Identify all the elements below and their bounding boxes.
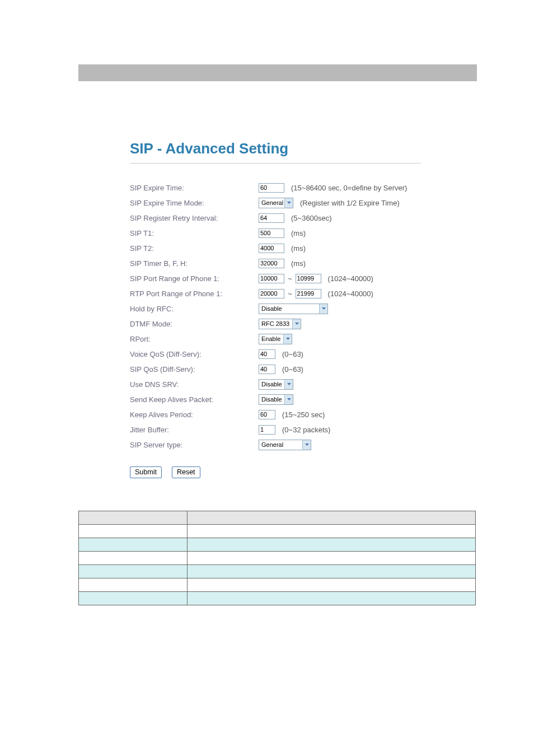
jitter-buffer-input[interactable] — [259, 425, 275, 435]
sip-server-type-value: General — [261, 441, 283, 448]
rport-select[interactable]: Enable — [259, 334, 292, 344]
sip-register-retry-hint: (5~3600sec) — [291, 214, 332, 222]
send-keepalive-label: Send Keep Alives Packet: — [130, 395, 259, 404]
table-row — [79, 592, 476, 605]
chevron-down-icon — [302, 440, 311, 450]
rport-label: RPort: — [130, 335, 259, 343]
sip-expire-time-mode-label: SIP Expire Time Mode: — [130, 199, 259, 207]
jitter-buffer-label: Jitter Buffer: — [130, 426, 259, 434]
voice-qos-hint: (0~63) — [282, 350, 303, 358]
sip-timer-bfh-hint: (ms) — [291, 259, 306, 268]
sip-t1-label: SIP T1: — [130, 229, 259, 237]
tilde-separator: ~ — [287, 290, 293, 298]
chevron-down-icon — [284, 395, 293, 404]
sip-qos-input[interactable] — [259, 365, 275, 374]
sip-expire-time-label: SIP Expire Time: — [130, 184, 259, 192]
sip-expire-time-input[interactable] — [259, 183, 284, 193]
sip-expire-time-mode-value: General — [261, 199, 283, 206]
keepalive-period-input[interactable] — [259, 410, 275, 419]
send-keepalive-value: Disable — [261, 396, 282, 403]
chevron-down-icon — [283, 334, 292, 344]
table-header-row — [79, 511, 476, 525]
chevron-down-icon — [319, 304, 327, 314]
table-row — [79, 538, 476, 552]
chevron-down-icon — [284, 198, 293, 208]
dtmf-mode-select[interactable]: RFC 2833 — [259, 319, 301, 329]
table-row — [79, 578, 476, 592]
sip-port-range-from-input[interactable] — [259, 274, 284, 283]
sip-register-retry-label: SIP Register Retry Interval: — [130, 214, 259, 222]
table-row — [79, 552, 476, 565]
description-table-wrapper — [78, 511, 478, 605]
rtp-port-range-hint: (1024~40000) — [328, 290, 373, 298]
hold-by-rfc-select[interactable]: Disable — [259, 304, 328, 314]
rtp-port-range-to-input[interactable] — [296, 289, 321, 298]
sip-register-retry-input[interactable] — [259, 213, 284, 223]
hold-by-rfc-label: Hold by RFC: — [130, 305, 259, 313]
header-band — [78, 64, 477, 81]
sip-expire-time-mode-select[interactable]: General — [259, 198, 293, 208]
sip-t2-hint: (ms) — [291, 244, 306, 253]
sip-timer-bfh-input[interactable] — [259, 259, 284, 268]
voice-qos-label: Voice QoS (Diff-Serv): — [130, 350, 259, 358]
sip-t1-hint: (ms) — [291, 229, 306, 237]
sip-port-range-to-input[interactable] — [296, 274, 321, 283]
chevron-down-icon — [292, 319, 301, 329]
sip-expire-time-hint: (15~86400 sec, 0=define by Server) — [291, 184, 407, 192]
tilde-separator: ~ — [287, 274, 293, 283]
use-dns-srv-value: Disable — [261, 381, 282, 388]
sip-qos-hint: (0~63) — [282, 365, 303, 374]
sip-expire-time-mode-hint: (Register with 1/2 Expire Time) — [300, 199, 400, 207]
use-dns-srv-label: Use DNS SRV: — [130, 380, 259, 389]
rport-value: Enable — [261, 335, 280, 342]
hold-by-rfc-value: Disable — [261, 305, 282, 312]
sip-t2-input[interactable] — [259, 244, 284, 253]
sip-port-range-hint: (1024~40000) — [328, 274, 373, 283]
page-title: SIP - Advanced Setting — [130, 140, 421, 164]
send-keepalive-select[interactable]: Disable — [259, 394, 293, 405]
sip-port-range-label: SIP Port Range of Phone 1: — [130, 274, 259, 283]
voice-qos-input[interactable] — [259, 349, 275, 359]
rtp-port-range-from-input[interactable] — [259, 289, 284, 298]
sip-t1-input[interactable] — [259, 228, 284, 238]
reset-button[interactable]: Reset — [172, 466, 200, 478]
table-row — [79, 565, 476, 578]
use-dns-srv-select[interactable]: Disable — [259, 379, 293, 390]
sip-qos-label: SIP QoS (Diff-Serv): — [130, 365, 259, 374]
dtmf-mode-label: DTMF Mode: — [130, 320, 259, 328]
keepalive-period-label: Keep Alives Period: — [130, 410, 259, 419]
sip-server-type-label: SIP Server type: — [130, 441, 259, 449]
rtp-port-range-label: RTP Port Range of Phone 1: — [130, 290, 259, 298]
settings-form: SIP Expire Time: (15~86400 sec, 0=define… — [130, 180, 421, 452]
sip-t2-label: SIP T2: — [130, 244, 259, 253]
keepalive-period-hint: (15~250 sec) — [282, 410, 325, 419]
table-row — [79, 525, 476, 538]
sip-timer-bfh-label: SIP Timer B, F, H: — [130, 259, 259, 268]
chevron-down-icon — [284, 380, 293, 389]
jitter-buffer-hint: (0~32 packets) — [282, 426, 330, 434]
description-table — [78, 511, 476, 605]
sip-server-type-select[interactable]: General — [259, 440, 311, 450]
submit-button[interactable]: Submit — [130, 466, 162, 478]
dtmf-mode-value: RFC 2833 — [261, 320, 289, 327]
